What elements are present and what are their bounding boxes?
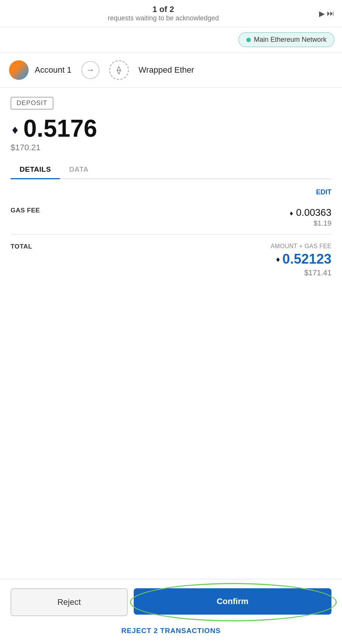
- skip-arrow-icon[interactable]: ⏭: [327, 9, 334, 18]
- total-label: TOTAL: [11, 243, 32, 250]
- total-eth: ⬧ 0.52123: [271, 251, 331, 267]
- total-eth-diamond-icon: ⬧: [275, 254, 280, 264]
- gas-fee-eth-value: 0.00363: [296, 207, 331, 218]
- reject-all-button[interactable]: REJECT 2 TRANSACTIONS: [11, 624, 331, 638]
- request-count: 1 of 2: [153, 5, 174, 14]
- total-eth-value: 0.52123: [282, 251, 331, 267]
- amount-usd: $170.21: [11, 143, 331, 153]
- amount-row: ⬧ 0.5176: [11, 116, 331, 140]
- avatar: [9, 60, 29, 80]
- gas-fee-label: GAS FEE: [11, 207, 40, 214]
- top-bar: 1 of 2 requests waiting to be acknowledg…: [0, 0, 342, 27]
- gas-fee-right: ⬧ 0.00363 $1.19: [289, 207, 331, 227]
- network-label: Main Ethereum Network: [254, 36, 327, 44]
- tab-data[interactable]: DATA: [60, 161, 98, 179]
- eth-logo-icon: ⟠: [117, 65, 121, 75]
- total-usd: $171.41: [271, 269, 331, 277]
- transaction-type-badge: DEPOSIT: [11, 97, 53, 110]
- amount-eth: 0.5176: [23, 116, 97, 140]
- network-bar: Main Ethereum Network: [0, 27, 342, 53]
- total-row: TOTAL AMOUNT + GAS FEE ⬧ 0.52123 $171.41: [11, 235, 331, 285]
- action-buttons: Reject Confirm: [11, 588, 331, 616]
- confirm-button[interactable]: Confirm: [134, 588, 331, 615]
- gas-fee-eth: ⬧ 0.00363: [289, 207, 331, 218]
- transfer-arrow-icon: →: [81, 61, 99, 79]
- network-badge[interactable]: Main Ethereum Network: [238, 32, 334, 47]
- confirm-button-wrapper: Confirm: [134, 588, 331, 616]
- tab-details[interactable]: DETAILS: [11, 161, 60, 179]
- request-subtitle: requests waiting to be acknowledged: [108, 14, 219, 22]
- spacer: [11, 285, 331, 436]
- account-name: Account 1: [35, 65, 72, 75]
- next-arrow-icon[interactable]: ▶: [319, 9, 325, 18]
- total-right: AMOUNT + GAS FEE ⬧ 0.52123 $171.41: [271, 243, 331, 277]
- eth-diamond-large-icon: ⬧: [11, 120, 20, 137]
- gas-fee-usd: $1.19: [289, 219, 331, 227]
- edit-link[interactable]: EDIT: [11, 188, 331, 196]
- network-status-dot: [246, 38, 251, 42]
- contract-icon: ⟠: [109, 60, 129, 80]
- contract-name: Wrapped Ether: [139, 65, 194, 75]
- nav-arrows[interactable]: ▶ ⏭: [319, 9, 334, 18]
- reject-button[interactable]: Reject: [11, 588, 128, 616]
- top-bar-text: 1 of 2 requests waiting to be acknowledg…: [8, 5, 319, 22]
- tabs: DETAILS DATA: [11, 161, 331, 179]
- account-row: Account 1 → ⟠ Wrapped Ether: [0, 53, 342, 88]
- eth-diamond-small-icon: ⬧: [289, 208, 294, 218]
- bottom-actions: Reject Confirm REJECT 2 TRANSACTIONS: [0, 579, 342, 644]
- total-sublabel: AMOUNT + GAS FEE: [271, 243, 331, 250]
- gas-fee-row: GAS FEE ⬧ 0.00363 $1.19: [11, 200, 331, 235]
- main-content: DEPOSIT ⬧ 0.5176 $170.21 DETAILS DATA ED…: [0, 88, 342, 579]
